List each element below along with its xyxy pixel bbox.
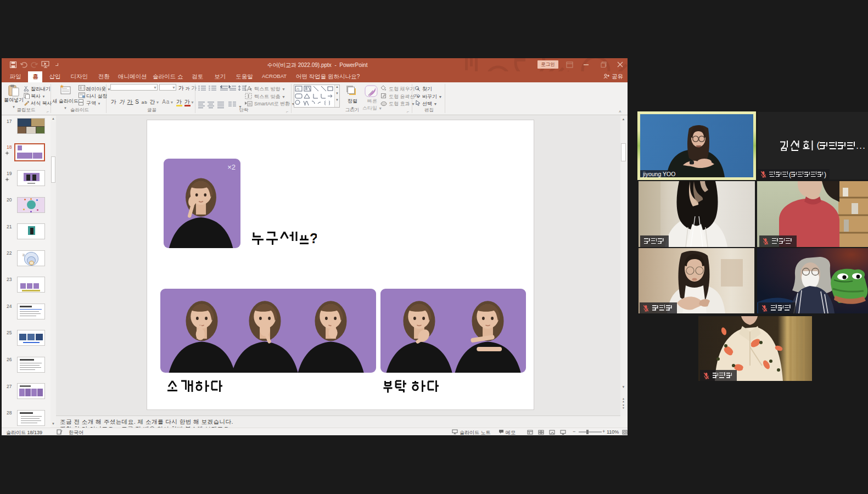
svg-text:가: 가: [414, 93, 418, 98]
svg-text:?: ?: [310, 231, 317, 245]
svg-text:가: 가: [296, 87, 300, 91]
svg-text:▼: ▼: [238, 105, 242, 109]
